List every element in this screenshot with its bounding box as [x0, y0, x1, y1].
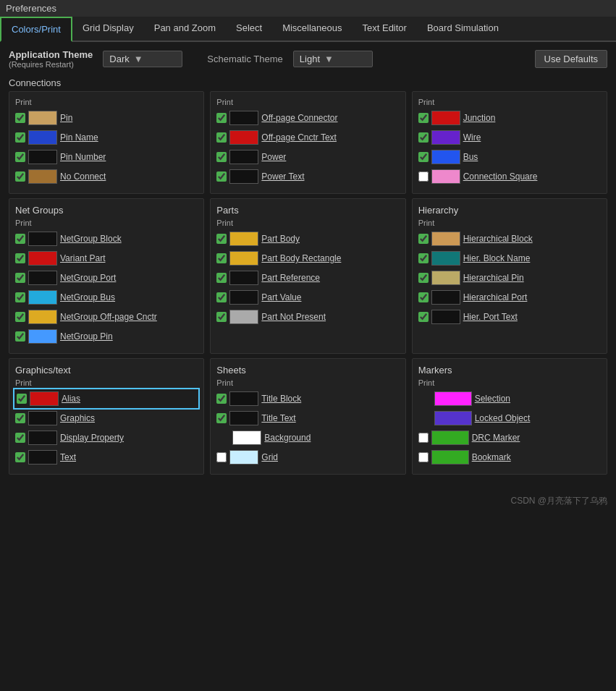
checkbox-pin-number[interactable] — [15, 152, 25, 162]
label-pin-name[interactable]: Pin Name — [60, 132, 98, 143]
schematic-theme-dropdown[interactable]: Light ▼ — [293, 51, 373, 67]
checkbox-alias[interactable] — [17, 394, 27, 404]
label-locked-object[interactable]: Locked Object — [475, 413, 531, 423]
label-hier-block-name[interactable]: Hier. Block Name — [463, 253, 531, 263]
label-display-property[interactable]: Display Property — [60, 433, 124, 443]
tab-grid-display[interactable]: Grid Display — [72, 17, 144, 41]
checkbox-hier-port[interactable] — [418, 292, 429, 302]
swatch-hier-pin[interactable] — [431, 271, 460, 285]
tab-miscellaneous[interactable]: Miscellaneous — [272, 17, 352, 41]
checkbox-drc-marker[interactable] — [418, 433, 429, 443]
checkbox-bookmark[interactable] — [418, 452, 429, 462]
label-netgroup-bus[interactable]: NetGroup Bus — [60, 292, 115, 302]
label-netgroup-port[interactable]: NetGroup Port — [60, 273, 116, 283]
label-netgroup-pin[interactable]: NetGroup Pin — [60, 331, 113, 342]
swatch-selection[interactable] — [434, 391, 472, 406]
label-wire[interactable]: Wire — [463, 132, 481, 143]
label-no-connect[interactable]: No Connect — [60, 171, 106, 182]
checkbox-hier-block-name[interactable] — [418, 253, 429, 263]
label-part-value[interactable]: Part Value — [261, 292, 301, 302]
checkbox-pin[interactable] — [15, 113, 25, 123]
checkbox-power[interactable] — [216, 152, 227, 162]
checkbox-no-connect[interactable] — [15, 171, 25, 182]
label-power[interactable]: Power — [261, 152, 286, 162]
checkbox-netgroup-port[interactable] — [15, 273, 25, 283]
tab-text-editor[interactable]: Text Editor — [353, 17, 417, 41]
label-part-body[interactable]: Part Body — [261, 234, 300, 244]
swatch-title-block[interactable] — [229, 391, 258, 406]
checkbox-netgroup-offpage[interactable] — [15, 312, 25, 322]
swatch-netgroup-bus[interactable] — [28, 290, 57, 305]
checkbox-title-text[interactable] — [216, 413, 227, 423]
swatch-power-text[interactable] — [229, 169, 258, 184]
checkbox-offpage-cnctr-text[interactable] — [216, 132, 227, 143]
app-theme-dropdown[interactable]: Dark ▼ — [103, 51, 182, 67]
checkbox-part-not-present[interactable] — [216, 312, 227, 322]
checkbox-netgroup-bus[interactable] — [15, 292, 25, 302]
checkbox-grid[interactable] — [216, 452, 227, 462]
swatch-offpage-cnctr-text[interactable] — [229, 130, 258, 145]
label-selection[interactable]: Selection — [475, 394, 510, 404]
swatch-variant-part[interactable] — [28, 251, 57, 266]
swatch-part-body[interactable] — [229, 232, 258, 246]
swatch-part-reference[interactable] — [229, 271, 258, 285]
use-defaults-button[interactable]: Use Defaults — [535, 50, 607, 68]
label-text[interactable]: Text — [60, 452, 76, 462]
label-background[interactable]: Background — [264, 433, 311, 443]
label-bookmark[interactable]: Bookmark — [472, 452, 511, 462]
label-bus[interactable]: Bus — [463, 152, 478, 162]
label-hier-port[interactable]: Hierarchical Port — [463, 292, 528, 302]
checkbox-connection-square[interactable] — [418, 171, 429, 182]
swatch-netgroup-port[interactable] — [28, 271, 57, 285]
checkbox-part-body[interactable] — [216, 234, 227, 244]
label-hier-port-text[interactable]: Hier. Port Text — [463, 312, 518, 322]
swatch-hier-port[interactable] — [431, 290, 460, 305]
label-pin[interactable]: Pin — [60, 113, 72, 123]
checkbox-part-body-rect[interactable] — [216, 253, 227, 263]
swatch-bus[interactable] — [431, 150, 460, 164]
checkbox-junction[interactable] — [418, 113, 429, 123]
checkbox-power-text[interactable] — [216, 171, 227, 182]
swatch-text[interactable] — [28, 450, 57, 465]
swatch-display-property[interactable] — [28, 431, 57, 445]
checkbox-title-block[interactable] — [216, 394, 227, 404]
checkbox-display-property[interactable] — [15, 433, 25, 443]
label-graphics[interactable]: Graphics — [60, 413, 95, 423]
label-pin-number[interactable]: Pin Number — [60, 152, 106, 162]
label-variant-part[interactable]: Variant Part — [60, 253, 105, 263]
swatch-hier-block-name[interactable] — [431, 251, 460, 266]
swatch-offpage-connector[interactable] — [229, 111, 258, 125]
swatch-drc-marker[interactable] — [431, 431, 469, 445]
swatch-hier-block[interactable] — [431, 232, 460, 246]
checkbox-hier-block[interactable] — [418, 234, 429, 244]
label-alias[interactable]: Alias — [62, 394, 80, 404]
checkbox-text[interactable] — [15, 452, 25, 462]
checkbox-graphics[interactable] — [15, 413, 25, 423]
swatch-netgroup-pin[interactable] — [28, 329, 57, 344]
label-hier-block[interactable]: Hierarchical Block — [463, 234, 533, 244]
label-drc-marker[interactable]: DRC Marker — [472, 433, 520, 443]
checkbox-wire[interactable] — [418, 132, 429, 143]
checkbox-bus[interactable] — [418, 152, 429, 162]
checkbox-part-value[interactable] — [216, 292, 227, 302]
label-title-text[interactable]: Title Text — [261, 413, 295, 423]
tab-pan-zoom[interactable]: Pan and Zoom — [144, 17, 226, 41]
checkbox-netgroup-block[interactable] — [15, 234, 25, 244]
tab-board-simulation[interactable]: Board Simulation — [417, 17, 509, 41]
swatch-no-connect[interactable] — [28, 169, 57, 184]
label-netgroup-offpage[interactable]: NetGroup Off-page Cnctr — [60, 312, 157, 322]
checkbox-netgroup-pin[interactable] — [15, 331, 25, 342]
label-part-not-present[interactable]: Part Not Present — [261, 312, 326, 322]
swatch-power[interactable] — [229, 150, 258, 164]
swatch-bookmark[interactable] — [431, 450, 469, 465]
label-netgroup-block[interactable]: NetGroup Block — [60, 234, 122, 244]
label-part-reference[interactable]: Part Reference — [261, 273, 320, 283]
checkbox-offpage-connector[interactable] — [216, 113, 227, 123]
label-junction[interactable]: Junction — [463, 113, 496, 123]
tab-select[interactable]: Select — [226, 17, 272, 41]
swatch-alias[interactable] — [30, 391, 59, 406]
swatch-wire[interactable] — [431, 130, 460, 145]
checkbox-variant-part[interactable] — [15, 253, 25, 263]
swatch-connection-square[interactable] — [431, 169, 460, 184]
swatch-background[interactable] — [232, 431, 261, 445]
